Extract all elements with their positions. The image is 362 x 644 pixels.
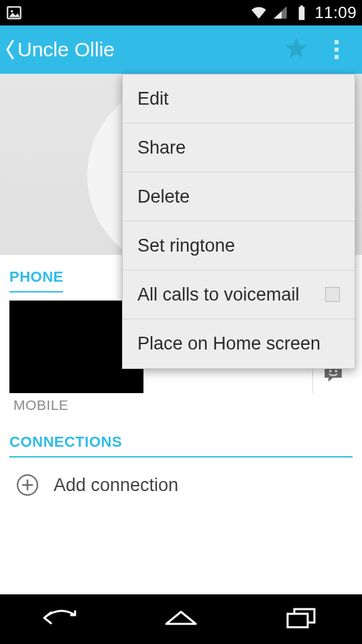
back-icon [40,606,80,633]
favorite-button[interactable] [276,25,316,74]
svg-rect-7 [288,614,308,627]
menu-item-label: Share [137,138,186,158]
menu-item-set-ringtone[interactable]: Set ringtone [123,221,355,270]
action-bar: Uncle Ollie [0,25,362,74]
menu-item-label: Edit [137,89,169,109]
menu-item-label: All calls to voicemail [137,284,300,305]
menu-item-label: Place on Home screen [137,333,320,354]
menu-item-all-calls-to-voicemail[interactable]: All calls to voicemail [123,270,355,319]
home-icon [162,606,200,632]
plus-circle-icon [16,474,39,496]
back-button[interactable] [4,25,16,74]
page-title: Uncle Ollie [17,38,115,61]
svg-point-1 [11,10,13,12]
navigation-bar [0,594,362,644]
picture-notification-icon [5,4,23,21]
voicemail-checkbox[interactable] [325,287,340,302]
menu-item-label: Delete [137,186,190,207]
nav-recents-button[interactable] [272,603,332,635]
recents-icon [285,606,318,633]
svg-rect-2 [299,7,305,20]
svg-point-4 [328,370,331,372]
add-connection-label: Add connection [54,475,178,496]
menu-item-delete[interactable]: Delete [123,172,355,221]
status-bar: 11:09 [0,0,362,25]
overflow-menu-button[interactable] [316,25,357,74]
nav-back-button[interactable] [30,603,90,635]
section-divider [9,291,63,292]
svg-rect-3 [300,5,303,7]
phone-type-label: MOBILE [13,397,353,413]
menu-item-edit[interactable]: Edit [123,74,355,123]
battery-icon [293,4,310,21]
add-connection-row[interactable]: Add connection [9,458,353,503]
menu-item-label: Set ringtone [137,235,235,256]
wifi-icon [250,4,267,21]
cell-signal-icon [272,4,289,21]
section-label-connections: CONNECTIONS [9,433,353,451]
svg-point-5 [335,370,337,372]
overflow-icon [335,40,339,59]
menu-item-share[interactable]: Share [123,123,355,172]
star-icon [283,35,310,64]
status-clock: 11:09 [314,3,357,22]
menu-item-place-on-home-screen[interactable]: Place on Home screen [123,319,355,368]
overflow-menu: Edit Share Delete Set ringtone All calls… [122,74,355,369]
nav-home-button[interactable] [151,603,211,635]
